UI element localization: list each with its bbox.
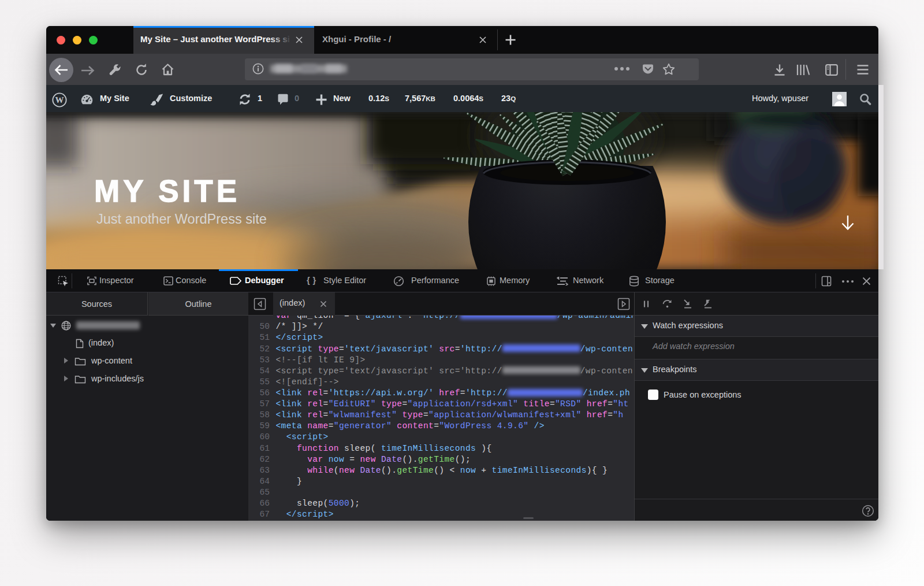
svg-text:W: W [55, 95, 64, 105]
